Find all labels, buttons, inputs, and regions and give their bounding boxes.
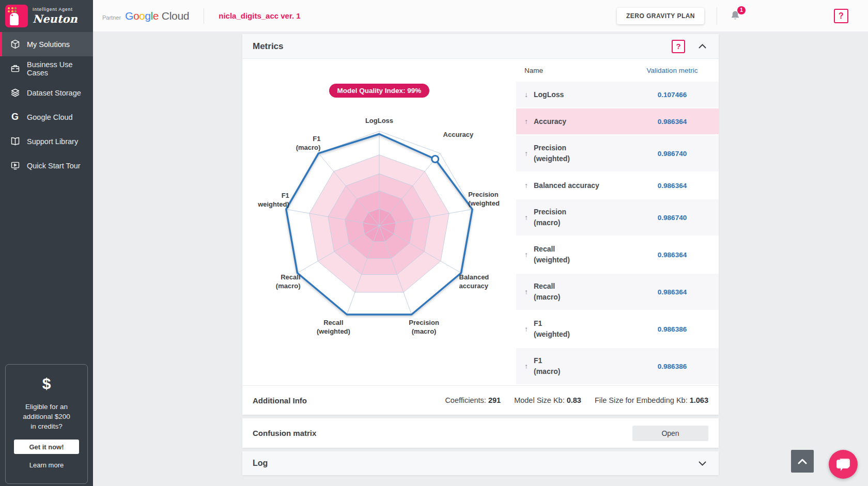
chat-widget-button[interactable]: [829, 450, 858, 479]
log-panel-title: Log: [253, 459, 268, 468]
google-letter: g: [145, 10, 150, 22]
metrics-collapse-button[interactable]: [696, 42, 708, 51]
metric-value[interactable]: 0.986740: [626, 214, 719, 222]
metric-name: Recall(weighted): [534, 244, 570, 265]
additional-info-stat: File Size for Embedding Kb: 1.063: [595, 396, 708, 404]
metric-name: F1(weighted): [534, 318, 570, 340]
additional-info-stat: Coefficients: 291: [445, 396, 501, 404]
metric-row-precision-macro-[interactable]: ↑ Precision(macro) 0.986740: [516, 199, 719, 236]
sidebar-item-label: Google Cloud: [27, 113, 73, 121]
chat-bubble-icon: [835, 457, 851, 472]
google-letter: G: [125, 10, 133, 22]
metric-row-f1-weighted-[interactable]: ↑ F1(weighted) 0.986386: [516, 311, 719, 347]
metric-row-precision-weighted-[interactable]: ↑ Precision(weighted) 0.986740: [516, 135, 719, 171]
sidebar-item-support-library[interactable]: Support Library: [0, 129, 93, 153]
metric-row-accuracy[interactable]: ↑ Accuracy 0.986364: [516, 108, 719, 134]
logo-name: Neuton: [33, 12, 78, 25]
metric-row-f1-macro-[interactable]: ↑ F1(macro) 0.986386: [516, 348, 719, 384]
metrics-help-button[interactable]: ?: [672, 40, 685, 53]
notifications-badge: 1: [737, 6, 746, 14]
sidebar-item-label: Dataset Storage: [27, 89, 81, 97]
book-icon: [9, 136, 21, 147]
metric-name: Recall(macro): [534, 281, 560, 303]
metric-row-recall-macro-[interactable]: ↑ Recall(macro) 0.986364: [516, 274, 719, 310]
metric-name: Precision(macro): [534, 207, 566, 228]
radar-axis-label: Precision: [468, 191, 499, 198]
additional-info-title: Additional Info: [253, 396, 307, 405]
arrow-up-icon: ↑: [524, 288, 534, 296]
sidebar-item-google-cloud[interactable]: G Google Cloud: [0, 105, 93, 129]
metric-value[interactable]: 0.986740: [626, 150, 719, 158]
scroll-to-top-button[interactable]: [791, 450, 814, 473]
sidebar: Intelligent Agent Neuton My Solutions Bu…: [0, 0, 93, 486]
radar-axis-label: (macro): [412, 327, 437, 335]
app-logo[interactable]: Intelligent Agent Neuton: [0, 0, 93, 32]
notifications-button[interactable]: 1: [729, 9, 742, 23]
sidebar-item-label: Business Use Cases: [27, 60, 93, 77]
sidebar-item-label: Support Library: [27, 137, 78, 146]
log-expand-button[interactable]: [696, 459, 708, 468]
sidebar-nav: My Solutions Business Use Cases Dataset …: [0, 32, 93, 178]
sidebar-item-dataset-storage[interactable]: Dataset Storage: [0, 81, 93, 105]
metric-value[interactable]: 0.986386: [626, 325, 719, 333]
metric-row-logloss[interactable]: ↓ LogLoss 0.107466: [516, 82, 719, 107]
metric-row-recall-weighted-[interactable]: ↑ Recall(weighted) 0.986364: [516, 237, 719, 273]
metrics-table: Name Validation metric ↓ LogLoss 0.10746…: [516, 59, 719, 385]
radar-axis-label: Balanced: [459, 273, 489, 281]
metric-row-balanced-accuracy[interactable]: ↑ Balanced accuracy 0.986364: [516, 173, 719, 198]
google-letter: o: [133, 10, 139, 22]
arrow-up-icon: ↑: [524, 181, 534, 190]
radar-chart-area: Model Quality Index: 99% LogLossAccuracy…: [242, 59, 516, 385]
learn-more-link[interactable]: Learn more: [6, 461, 87, 469]
topbar-divider: [717, 7, 717, 25]
credits-promo-text: Eligible for an additional $200 in credi…: [6, 402, 87, 431]
briefcase-icon: [9, 63, 21, 74]
play-screen-icon: [9, 160, 21, 171]
logo-bird-icon: [10, 13, 19, 25]
model-quality-badge: Model Quality Index: 99%: [329, 84, 430, 98]
metric-value[interactable]: 0.107466: [626, 91, 719, 99]
metric-value[interactable]: 0.986364: [626, 182, 719, 190]
sidebar-item-business-use-cases[interactable]: Business Use Cases: [0, 56, 93, 81]
metrics-table-header: Name Validation metric: [516, 59, 719, 82]
metric-value[interactable]: 0.986364: [626, 251, 719, 259]
sidebar-item-my-solutions[interactable]: My Solutions: [0, 32, 93, 56]
radar-point-marker[interactable]: [432, 156, 439, 163]
arrow-up-icon: ↑: [524, 362, 534, 370]
get-it-now-button[interactable]: Get it now!: [14, 440, 79, 454]
metric-name: F1(macro): [534, 355, 560, 377]
partner-label: Partner: [102, 14, 121, 21]
radar-axis-label: F1: [313, 135, 320, 143]
zero-gravity-plan-button[interactable]: ZERO GRAVITY PLAN: [617, 8, 704, 24]
topbar-divider: [204, 8, 204, 24]
google-letter: e: [153, 10, 159, 22]
additional-info-stat: Model Size Kb: 0.83: [514, 396, 581, 404]
arrow-up-icon: ↑: [524, 325, 534, 333]
radar-axis-label: F1: [282, 192, 289, 199]
google-g-icon: G: [9, 112, 21, 123]
logo-tagline: Intelligent Agent: [33, 7, 78, 12]
arrow-up-icon: ↑: [524, 117, 534, 126]
radar-axis-label: (macro): [296, 144, 321, 151]
metric-value[interactable]: 0.986364: [626, 118, 719, 126]
sidebar-item-quick-start-tour[interactable]: Quick Start Tour: [0, 153, 93, 178]
metric-value[interactable]: 0.986386: [626, 363, 719, 370]
metric-value[interactable]: 0.986364: [626, 288, 719, 296]
topbar: Partner Google Cloud nicla_digits_acc ve…: [93, 0, 868, 32]
metrics-panel-title: Metrics: [253, 41, 284, 52]
arrow-up-icon: ↑: [524, 213, 534, 222]
name-column-header: Name: [516, 67, 543, 74]
partner-logo: Partner Google Cloud: [102, 10, 189, 22]
help-button[interactable]: ?: [834, 9, 848, 23]
metrics-card: Metrics ? Model Quality Index: 99% LogLo…: [242, 34, 719, 415]
radar-chart: LogLossAccuracyPrecision(weightedBalance…: [240, 103, 519, 350]
chevron-down-icon: [699, 461, 706, 466]
radar-axis-label: Accuracy: [443, 131, 474, 138]
radar-axis-label: Recall: [281, 273, 300, 281]
metrics-panel-header: Metrics ?: [242, 34, 719, 59]
confusion-matrix-open-button[interactable]: Open: [632, 426, 708, 441]
dollar-icon: $: [6, 375, 87, 393]
metric-name: LogLoss: [534, 89, 564, 100]
radar-axis-label: Precision: [409, 319, 439, 326]
validation-metric-column-header[interactable]: Validation metric: [626, 67, 719, 74]
